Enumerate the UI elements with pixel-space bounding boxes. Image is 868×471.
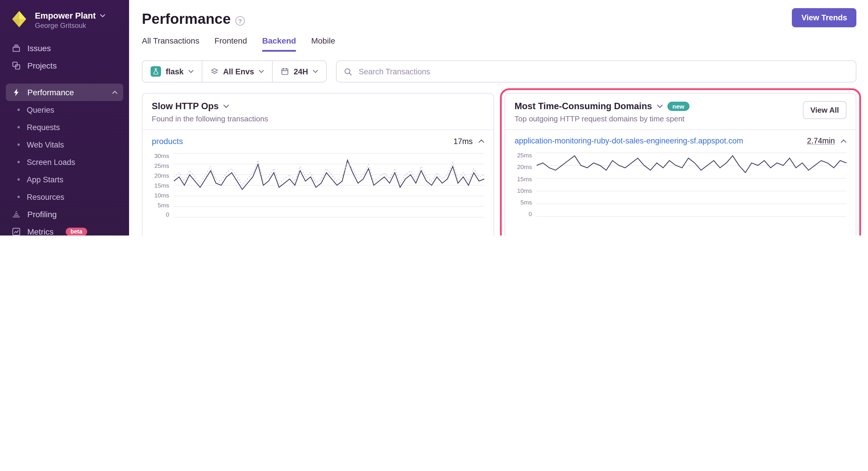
chevron-down-icon[interactable]: [657, 105, 662, 108]
org-logo-icon: [9, 9, 29, 31]
chevron-down-icon: [100, 14, 105, 18]
date-range-filter[interactable]: 24H: [273, 61, 326, 82]
transaction-duration: 17ms: [454, 137, 473, 145]
project-filter[interactable]: flask: [143, 61, 202, 82]
y-axis-labels: 30ms25ms20ms15ms10ms5ms0: [148, 153, 174, 218]
tab-backend[interactable]: Backend: [262, 36, 296, 52]
tab-all-transactions[interactable]: All Transactions: [142, 36, 199, 52]
bullet-dot: [18, 109, 20, 111]
domain-link[interactable]: application-monitoring-ruby-dot-sales-en…: [515, 136, 743, 145]
domain-time-chart-block: 25ms20ms15ms10ms5ms0: [505, 150, 856, 222]
projects-icon: [12, 61, 21, 70]
sidebar: Empower Plant George Gritsouk Issues Pro…: [0, 0, 129, 236]
profiling-icon: [12, 210, 21, 219]
main-content: Performance ? View Trends All Transactio…: [129, 0, 868, 236]
org-switcher[interactable]: Empower Plant George Gritsouk: [6, 8, 123, 39]
environment-filter[interactable]: All Envs: [202, 61, 273, 82]
sidebar-item-app-starts[interactable]: App Starts: [6, 171, 123, 188]
transaction-row-products: products 17ms: [143, 130, 494, 150]
search-input[interactable]: [358, 67, 849, 76]
bullet-dot: [18, 143, 20, 146]
slow-http-ops-panel: Slow HTTP Ops Found in the following tra…: [142, 93, 494, 236]
sidebar-item-screen-loads[interactable]: Screen Loads: [6, 153, 123, 171]
panel-title[interactable]: Slow HTTP Ops: [152, 101, 219, 111]
y-axis-labels: 25ms20ms15ms10ms5ms0: [511, 152, 537, 217]
performance-icon: [12, 88, 21, 97]
bullet-dot: [18, 126, 20, 128]
panel-subtitle: Top outgoing HTTP request domains by tim…: [515, 114, 689, 123]
bullet-dot: [18, 196, 20, 198]
app-window: Empower Plant George Gritsouk Issues Pro…: [0, 0, 868, 236]
sidebar-item-performance[interactable]: Performance: [6, 83, 123, 101]
page-title: Performance: [142, 10, 231, 27]
transaction-link[interactable]: products: [152, 136, 183, 146]
collapse-row-icon[interactable]: [841, 139, 846, 142]
panel-title[interactable]: Most Time-Consuming Domains: [515, 101, 652, 111]
issues-icon: [12, 43, 21, 53]
products-duration-chart-block: 30ms25ms20ms15ms10ms5ms0: [143, 150, 494, 223]
search-transactions[interactable]: [336, 60, 856, 82]
sidebar-item-resources[interactable]: Resources: [6, 188, 123, 206]
chevron-down-icon: [259, 70, 264, 73]
page-filter-bar: flask All Envs 24H: [142, 60, 856, 82]
tab-bar: All Transactions Frontend Backend Mobile: [142, 36, 856, 52]
environment-icon: [211, 67, 219, 75]
products-duration-chart: [174, 153, 484, 218]
domain-time-spent[interactable]: 2.74min: [807, 136, 835, 145]
sidebar-item-requests[interactable]: Requests: [6, 119, 123, 136]
domain-row: application-monitoring-ruby-dot-sales-en…: [505, 130, 856, 150]
view-trends-button[interactable]: View Trends: [792, 8, 856, 27]
sidebar-nav: Issues Projects Performance Queries Requ…: [6, 39, 123, 236]
chevron-down-icon: [313, 70, 318, 73]
help-circle-icon[interactable]: ?: [236, 16, 245, 25]
most-time-consuming-domains-panel: Most Time-Consuming Domains new Top outg…: [505, 93, 856, 236]
collapse-row-icon[interactable]: [478, 139, 484, 143]
new-badge: new: [667, 102, 689, 111]
sidebar-item-queries[interactable]: Queries: [6, 101, 123, 119]
org-name: Empower Plant: [35, 11, 96, 20]
sidebar-item-metrics[interactable]: Metrics beta: [6, 223, 123, 236]
sidebar-item-web-vitals[interactable]: Web Vitals: [6, 136, 123, 153]
tab-mobile[interactable]: Mobile: [311, 36, 335, 52]
domain-time-chart: [537, 152, 846, 217]
bullet-dot: [18, 178, 20, 180]
chevron-down-icon: [188, 70, 194, 73]
bullet-dot: [18, 161, 20, 163]
metrics-icon: [12, 227, 21, 236]
beta-badge: beta: [66, 228, 87, 236]
sidebar-item-profiling[interactable]: Profiling: [6, 206, 123, 223]
sidebar-item-issues[interactable]: Issues: [6, 39, 123, 57]
tab-frontend[interactable]: Frontend: [215, 36, 247, 52]
search-icon: [344, 67, 352, 76]
panel-subtitle: Found in the following transactions: [152, 114, 484, 123]
calendar-icon: [281, 67, 289, 75]
chevron-up-icon: [112, 91, 118, 94]
sidebar-item-projects[interactable]: Projects: [6, 57, 123, 74]
user-name: George Gritsouk: [35, 22, 105, 30]
view-all-button[interactable]: View All: [803, 101, 846, 119]
chevron-down-icon[interactable]: [223, 105, 229, 108]
flask-project-icon: [151, 66, 161, 77]
